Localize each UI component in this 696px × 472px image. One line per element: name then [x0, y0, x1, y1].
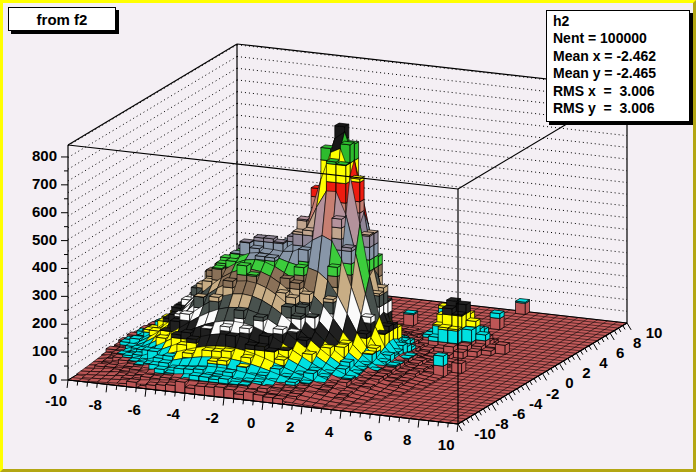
y-axis-label: 2 — [582, 364, 590, 381]
z-axis: 0100200300400500600700800 — [32, 147, 68, 387]
x-axis-label: -10 — [45, 392, 67, 409]
z-axis-label: 700 — [32, 175, 57, 192]
z-axis-label: 400 — [32, 258, 57, 275]
y-axis-label: -8 — [495, 415, 508, 432]
y-axis-label: -2 — [546, 385, 559, 402]
z-axis-label: 300 — [32, 286, 57, 303]
y-axis-label: 6 — [616, 344, 624, 361]
z-axis-label: 0 — [49, 370, 57, 387]
stats-mean-y: Mean y = -2.465 — [553, 65, 689, 82]
x-axis-label: -2 — [206, 409, 219, 426]
stats-box[interactable]: h2 Nent = 100000 Mean x = -2.462 Mean y … — [546, 10, 690, 122]
x-axis-label: -4 — [167, 405, 181, 422]
x-axis-label: -6 — [128, 401, 141, 418]
y-axis-label: 4 — [599, 354, 608, 371]
y-axis-label: -6 — [512, 405, 525, 422]
x-axis-label: -8 — [89, 396, 102, 413]
x-axis-label: 10 — [438, 436, 455, 453]
stats-mean-x: Mean x = -2.462 — [553, 48, 689, 65]
x-axis-label: 2 — [286, 418, 294, 435]
title-box[interactable]: from f2 — [8, 7, 116, 31]
x-axis-label: 0 — [247, 414, 255, 431]
stats-entries: Nent = 100000 — [553, 30, 689, 47]
stats-hist-name: h2 — [553, 13, 689, 30]
x-axis-label: 8 — [403, 431, 411, 448]
y-axis-label: 0 — [565, 374, 573, 391]
z-axis-label: 600 — [32, 203, 57, 220]
lego-and-surface — [77, 123, 530, 408]
z-axis-label: 200 — [32, 314, 57, 331]
y-axis-label: -10 — [474, 425, 496, 442]
x-axis-label: 6 — [364, 427, 372, 444]
stats-rms-y: RMS y = 3.006 — [553, 100, 689, 117]
x-axis-label: 4 — [325, 423, 334, 440]
z-axis-label: 500 — [32, 231, 57, 248]
y-axis-label: 8 — [633, 334, 641, 351]
stats-rms-x: RMS x = 3.006 — [553, 83, 689, 100]
y-axis-label: 10 — [646, 324, 663, 341]
root-canvas: -10-8-6-4-20246810-10-8-6-4-202468100100… — [0, 0, 696, 472]
plot-title: from f2 — [37, 11, 88, 28]
z-axis-label: 800 — [32, 147, 57, 164]
z-axis-label: 100 — [32, 342, 57, 359]
y-axis-label: -4 — [529, 395, 543, 412]
